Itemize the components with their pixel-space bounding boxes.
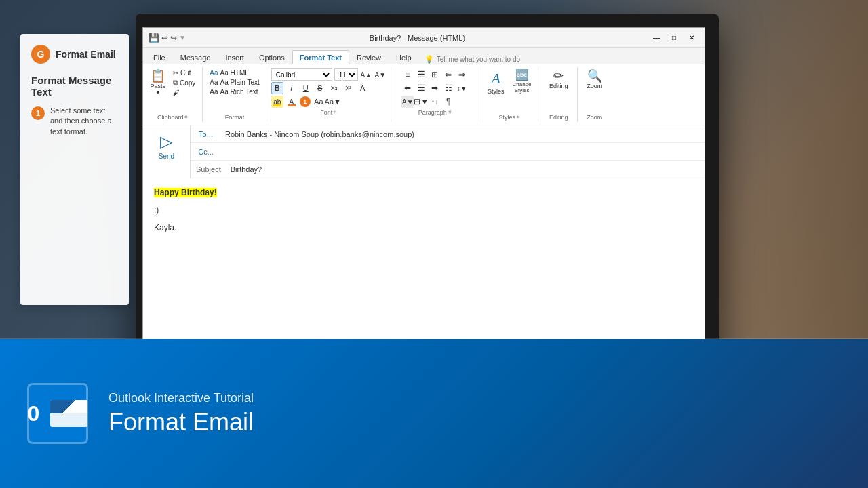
compose-fields: To... Robin Banks - Nincom Soup (robin.b… bbox=[191, 125, 705, 178]
font-case-button[interactable]: Aa▼ bbox=[327, 96, 339, 108]
decrease-indent-button[interactable]: ⇐ bbox=[442, 68, 454, 81]
format-painter-button[interactable]: 🖌 bbox=[170, 88, 198, 97]
sort-button[interactable]: ↑↓ bbox=[429, 96, 441, 108]
body-line1: Happy Birthday! bbox=[154, 186, 694, 199]
subscript-button[interactable]: X₂ bbox=[328, 82, 340, 94]
rich-text-button[interactable]: Aa Aa Rich Text bbox=[207, 87, 262, 96]
paste-button[interactable]: 📋 Paste ▼ bbox=[147, 68, 169, 97]
styles-button[interactable]: A Styles bbox=[485, 68, 507, 96]
redo-icon[interactable]: ↪ bbox=[170, 33, 177, 43]
font-group: Calibri 11 A▲ A▼ B I U S X₂ X² A bbox=[267, 67, 391, 122]
title-bar: 💾 ↩ ↪ ▼ Birthday? - Message (HTML) — □ ✕ bbox=[143, 28, 705, 48]
format-badge: 1 bbox=[300, 96, 311, 107]
increase-indent-button[interactable]: ⇒ bbox=[456, 68, 468, 81]
zoom-icon: 🔍 bbox=[587, 70, 602, 82]
ribbon: 📋 Paste ▼ ✂ Cut ⧉ Copy 🖌 Cl bbox=[143, 64, 705, 125]
numbering-button[interactable]: ☰ bbox=[415, 68, 427, 81]
to-button[interactable]: To... bbox=[191, 130, 221, 138]
bold-button[interactable]: B bbox=[271, 82, 283, 94]
paste-label: Paste bbox=[150, 83, 165, 89]
styles-content: A Styles 🔤 ChangeStyles bbox=[485, 68, 534, 113]
format-small-buttons: Aa Aa HTML Aa Aa Plain Text Aa Aa Rich T… bbox=[207, 68, 262, 96]
minimize-button[interactable]: — bbox=[649, 30, 664, 45]
send-button[interactable]: ▷ Send bbox=[152, 128, 181, 164]
email-body[interactable]: Happy Birthday! :) Kayla. bbox=[143, 178, 705, 287]
cut-button[interactable]: ✂ Cut bbox=[170, 68, 198, 77]
align-left-button[interactable]: ⬅ bbox=[401, 82, 414, 94]
tab-file[interactable]: File bbox=[146, 50, 173, 64]
highlighted-text: Happy Birthday! bbox=[154, 188, 217, 197]
step-1-text: Select some text and then choose a text … bbox=[50, 106, 118, 137]
html-format-button[interactable]: Aa Aa HTML bbox=[207, 68, 262, 77]
format-content: Aa Aa HTML Aa Aa Plain Text Aa Aa Rich T… bbox=[207, 68, 262, 113]
close-button[interactable]: ✕ bbox=[684, 30, 699, 45]
change-styles-button[interactable]: 🔤 ChangeStyles bbox=[510, 68, 534, 95]
window-title: Birthday? - Message (HTML) bbox=[186, 34, 649, 42]
plain-text-button[interactable]: Aa Aa Plain Text bbox=[207, 78, 262, 87]
increase-font-button[interactable]: A▲ bbox=[360, 68, 372, 81]
font-size-select[interactable]: 11 bbox=[334, 68, 358, 81]
italic-button[interactable]: I bbox=[285, 82, 298, 94]
show-para-button[interactable]: ¶ bbox=[442, 96, 454, 108]
cc-field-row: Cc... bbox=[191, 143, 705, 161]
font-section: Calibri 11 A▲ A▼ B I U S X₂ X² A bbox=[271, 68, 387, 108]
line-spacing-button[interactable]: ↕▼ bbox=[456, 82, 468, 94]
compose-send-area: ▷ Send bbox=[143, 125, 191, 178]
underline-button[interactable]: U bbox=[300, 82, 312, 94]
tab-options[interactable]: Options bbox=[252, 50, 292, 64]
multilevel-list-button[interactable]: ⊞ bbox=[429, 68, 441, 81]
copy-icon: ⧉ bbox=[173, 79, 178, 87]
tab-message[interactable]: Message bbox=[173, 50, 218, 64]
paragraph-label: Paragraph ⌗ bbox=[418, 109, 452, 116]
zoom-label: Zoom bbox=[587, 83, 602, 89]
font-name-select[interactable]: Calibri bbox=[271, 68, 332, 81]
subject-field-row: Subject Birthday? bbox=[191, 161, 705, 178]
zoom-button[interactable]: 🔍 Zoom bbox=[584, 68, 606, 91]
bullets-button[interactable]: ≡ bbox=[401, 68, 414, 81]
text-effects-button[interactable]: Aa bbox=[313, 96, 325, 108]
cut-icon: ✂ bbox=[173, 69, 178, 77]
sidebar-main-title: Format Message Text bbox=[31, 75, 118, 98]
step-1-number: 1 bbox=[31, 106, 45, 120]
borders-button[interactable]: ⊟▼ bbox=[415, 96, 427, 108]
zoom-content: 🔍 Zoom bbox=[584, 68, 606, 113]
title-bar-left: 💾 ↩ ↪ ▼ bbox=[149, 33, 186, 43]
undo-icon[interactable]: ↩ bbox=[161, 33, 168, 43]
save-icon[interactable]: 💾 bbox=[149, 33, 159, 43]
editing-button[interactable]: ✏ Editing bbox=[547, 68, 571, 91]
editing-content: ✏ Editing bbox=[547, 68, 571, 113]
tab-insert[interactable]: Insert bbox=[218, 50, 252, 64]
highlight-button[interactable]: ab bbox=[271, 96, 283, 108]
justify-button[interactable]: ☷ bbox=[442, 82, 454, 94]
copy-button[interactable]: ⧉ Copy bbox=[170, 78, 198, 87]
align-center-button[interactable]: ☰ bbox=[415, 82, 427, 94]
tab-review[interactable]: Review bbox=[349, 50, 389, 64]
font-label: Font ⌗ bbox=[320, 109, 337, 116]
outlook-envelope bbox=[50, 400, 87, 427]
clipboard-group: 📋 Paste ▼ ✂ Cut ⧉ Copy 🖌 Cl bbox=[143, 67, 203, 122]
strikethrough-button[interactable]: S bbox=[314, 82, 326, 94]
divider bbox=[0, 338, 868, 339]
subject-value[interactable]: Birthday? bbox=[226, 165, 705, 174]
tell-me-input[interactable] bbox=[437, 56, 545, 63]
cc-button[interactable]: Cc... bbox=[191, 148, 221, 156]
tab-format-text[interactable]: Format Text bbox=[292, 50, 349, 64]
to-value[interactable]: Robin Banks - Nincom Soup (robin.banks@n… bbox=[221, 130, 705, 138]
compose-top: ▷ Send To... Robin Banks - Nincom Soup (… bbox=[143, 125, 705, 178]
font-color-button[interactable]: A bbox=[285, 96, 298, 108]
shading-button[interactable]: A▼ bbox=[401, 96, 414, 108]
zoom-group-label: Zoom bbox=[587, 114, 602, 121]
paragraph-section: ≡ ☰ ⊞ ⇐ ⇒ ⬅ ☰ ➡ ☷ ↕▼ A▼ ⊟▼ ↑↓ ¶ bbox=[401, 68, 468, 108]
superscript-button[interactable]: X² bbox=[342, 82, 355, 94]
rich-text-icon: Aa bbox=[210, 88, 218, 96]
font-color-row: ab A 1 Aa Aa▼ bbox=[271, 96, 387, 108]
decrease-font-button[interactable]: A▼ bbox=[374, 68, 387, 81]
clear-format-button[interactable]: A bbox=[357, 82, 369, 94]
maximize-button[interactable]: □ bbox=[667, 30, 682, 45]
quick-access-toolbar: 💾 ↩ ↪ ▼ bbox=[149, 33, 186, 43]
email-compose: ▷ Send To... Robin Banks - Nincom Soup (… bbox=[143, 125, 705, 287]
tab-help[interactable]: Help bbox=[389, 50, 419, 64]
para-row-3: A▼ ⊟▼ ↑↓ ¶ bbox=[401, 96, 468, 108]
align-right-button[interactable]: ➡ bbox=[429, 82, 441, 94]
customize-icon[interactable]: ▼ bbox=[179, 34, 186, 41]
